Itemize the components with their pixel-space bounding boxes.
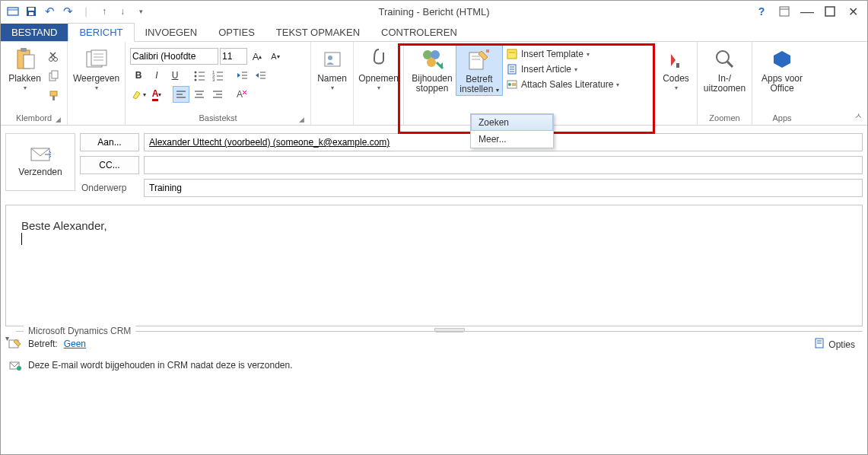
- svg-point-12: [54, 58, 58, 62]
- group-label-zoom: Zoomen: [702, 112, 747, 125]
- insert-template-button[interactable]: Insert Template ▾: [503, 46, 622, 62]
- svg-rect-68: [676, 63, 679, 68]
- ribbon-tabs: BESTAND BERICHT INVOEGEN OPTIES TEKST OP…: [1, 22, 867, 42]
- next-item-icon[interactable]: ↓: [116, 5, 129, 18]
- decrease-indent-icon[interactable]: [234, 67, 250, 84]
- cut-icon[interactable]: [46, 48, 62, 65]
- undo-icon[interactable]: ↶: [43, 5, 56, 18]
- template-icon: [506, 48, 518, 60]
- codes-label: Codes: [663, 74, 689, 84]
- tab-review[interactable]: CONTROLEREN: [370, 24, 468, 41]
- tab-options[interactable]: OPTIES: [208, 24, 265, 41]
- send-button[interactable]: Verzenden: [5, 133, 75, 191]
- align-center-icon[interactable]: [191, 86, 208, 103]
- insert-article-button[interactable]: Insert Article ▾: [503, 62, 622, 77]
- crm-options-label: Opties: [828, 339, 855, 350]
- show-button[interactable]: Weergeven ▾: [72, 43, 120, 91]
- window-title: Training - Bericht (HTML): [378, 6, 489, 18]
- increase-indent-icon[interactable]: [252, 67, 269, 84]
- names-button[interactable]: Namen ▾: [316, 43, 348, 91]
- svg-rect-16: [52, 96, 55, 100]
- tracking-status-text: Deze E-mail wordt bijgehouden in CRM nad…: [28, 360, 293, 371]
- include-button[interactable]: Opnemen ▾: [358, 43, 399, 91]
- pane-collapse-icon[interactable]: ▾: [5, 334, 9, 342]
- chevron-down-icon[interactable]: ▾: [331, 84, 334, 91]
- launcher-icon[interactable]: ◢: [299, 116, 304, 123]
- grow-font-icon[interactable]: A▴: [249, 48, 265, 65]
- sales-literature-icon: [506, 78, 518, 91]
- svg-rect-18: [91, 50, 107, 65]
- ribbon-collapse-icon[interactable]: ㅅ: [854, 110, 863, 122]
- svg-point-11: [49, 58, 53, 62]
- title-bar: ↶ ↷ | ↑ ↓ ▾ Training - Bericht (HTML) ? …: [1, 1, 867, 22]
- cc-field[interactable]: [144, 156, 863, 174]
- launcher-icon[interactable]: ◢: [56, 116, 61, 123]
- cc-button[interactable]: CC...: [80, 156, 139, 174]
- prev-item-icon[interactable]: ↑: [98, 5, 110, 18]
- align-left-icon[interactable]: [173, 86, 189, 103]
- number-list-icon[interactable]: 123: [209, 67, 226, 84]
- crm-options-button[interactable]: Opties: [813, 337, 855, 352]
- tracking-status-icon: [8, 359, 22, 371]
- regarding-value-link[interactable]: Geen: [64, 339, 86, 349]
- qat-sep: |: [80, 5, 92, 18]
- regarding-icon: [8, 338, 22, 350]
- clear-format-icon[interactable]: A: [234, 86, 250, 103]
- format-painter-icon[interactable]: [46, 88, 62, 104]
- include-label: Opnemen: [358, 74, 399, 84]
- compose-header: Verzenden Aan... Alexander Uttecht (voor…: [1, 126, 867, 200]
- maximize-icon[interactable]: [823, 5, 837, 18]
- pane-resize-handle[interactable]: [434, 328, 465, 332]
- italic-icon[interactable]: I: [148, 67, 165, 84]
- bold-icon[interactable]: B: [130, 67, 147, 84]
- font-family-combo[interactable]: [130, 48, 218, 65]
- attach-sales-literature-button[interactable]: Attach Sales Literature ▾: [503, 77, 622, 92]
- font-size-combo[interactable]: [220, 48, 247, 65]
- svg-rect-67: [512, 83, 516, 86]
- underline-icon[interactable]: U: [167, 67, 183, 84]
- dropdown-item-search[interactable]: Zoeken: [471, 114, 553, 131]
- chevron-down-icon[interactable]: ▾: [675, 84, 678, 91]
- align-right-icon[interactable]: [209, 86, 226, 103]
- font-color-icon[interactable]: A▾: [148, 86, 165, 103]
- ribbon-display-icon[interactable]: [777, 5, 791, 18]
- zoom-label: In-/ uitzoomen: [702, 74, 747, 94]
- tab-insert[interactable]: INVOEGEN: [135, 24, 208, 41]
- svg-point-54: [427, 58, 436, 67]
- tab-format[interactable]: TEKST OPMAKEN: [265, 24, 370, 41]
- tab-message[interactable]: BERICHT: [68, 23, 134, 42]
- mail-body[interactable]: Beste Alexander,: [5, 205, 863, 326]
- codes-button[interactable]: Codes ▾: [660, 43, 692, 91]
- help-icon[interactable]: ?: [755, 5, 768, 18]
- set-regarding-button[interactable]: Betreft instellen ▾: [456, 43, 503, 96]
- to-button[interactable]: Aan...: [80, 133, 139, 151]
- svg-rect-15: [50, 91, 57, 96]
- close-icon[interactable]: ✕: [846, 5, 860, 18]
- paste-button[interactable]: Plakken ▾: [5, 43, 44, 91]
- svg-point-69: [717, 51, 729, 63]
- dropdown-item-more[interactable]: Meer...: [471, 131, 553, 148]
- redo-icon[interactable]: ↷: [62, 5, 74, 18]
- highlight-icon[interactable]: ▾: [130, 86, 147, 103]
- svg-line-70: [727, 62, 733, 67]
- qat-customize-icon[interactable]: ▾: [135, 5, 147, 18]
- svg-rect-14: [52, 71, 58, 78]
- copy-icon[interactable]: [46, 68, 62, 84]
- chevron-down-icon[interactable]: ▾: [95, 84, 98, 91]
- save-icon[interactable]: [25, 5, 37, 18]
- show-label: Weergeven: [73, 74, 119, 84]
- chevron-down-icon[interactable]: ▾: [24, 84, 27, 91]
- tab-file[interactable]: BESTAND: [1, 24, 68, 41]
- subject-label: Onderwerp: [80, 183, 139, 193]
- apps-button[interactable]: Apps voor Office: [757, 43, 807, 94]
- crm-pane: ▾ Microsoft Dynamics CRM Betreft: Geen O…: [5, 331, 863, 374]
- shrink-font-icon[interactable]: A▾: [267, 48, 284, 65]
- track-stop-button[interactable]: Bijhouden stoppen: [409, 43, 456, 94]
- to-recipient[interactable]: Alexander Uttecht (voorbeeld) (someone_k…: [149, 137, 389, 148]
- window-menu-icon[interactable]: [7, 5, 19, 18]
- chevron-down-icon[interactable]: ▾: [377, 84, 380, 91]
- zoom-button[interactable]: In-/ uitzoomen: [702, 43, 747, 94]
- bullet-list-icon[interactable]: [191, 67, 208, 84]
- subject-field[interactable]: [144, 179, 863, 197]
- minimize-icon[interactable]: —: [800, 5, 814, 18]
